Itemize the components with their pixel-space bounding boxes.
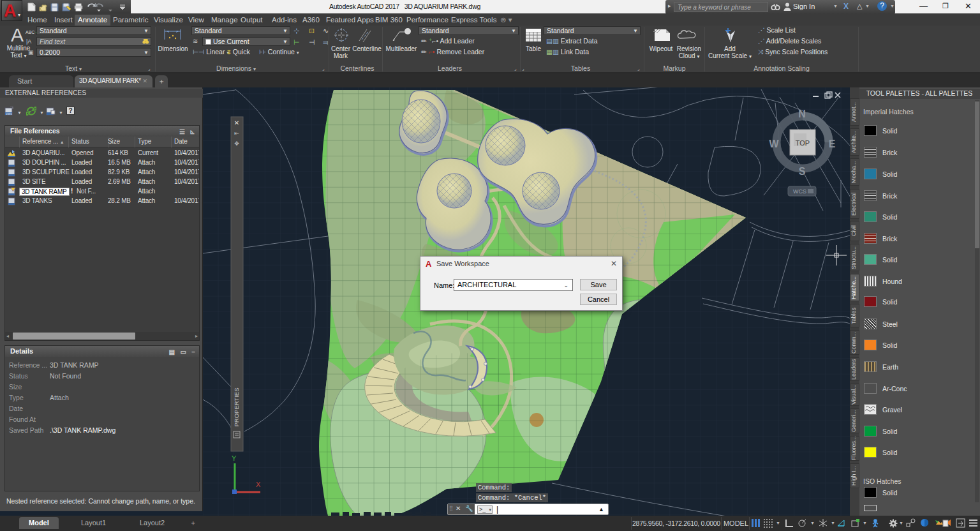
svg-text:S: S [799,166,806,177]
svg-text:WCS: WCS [793,188,806,195]
svg-text:Y: Y [232,454,237,462]
svg-text:✥: ✥ [234,140,239,147]
svg-text:PROPERTIES: PROPERTIES [233,387,240,426]
svg-text:DWG: DWG [6,112,12,116]
svg-text:N: N [798,108,806,119]
svg-text:TOP: TOP [796,139,810,147]
svg-text:E: E [829,138,836,149]
svg-text:✕: ✕ [234,119,239,126]
svg-text:X: X [256,481,261,488]
svg-text:W: W [769,138,779,149]
svg-text:⇤: ⇤ [234,130,239,137]
